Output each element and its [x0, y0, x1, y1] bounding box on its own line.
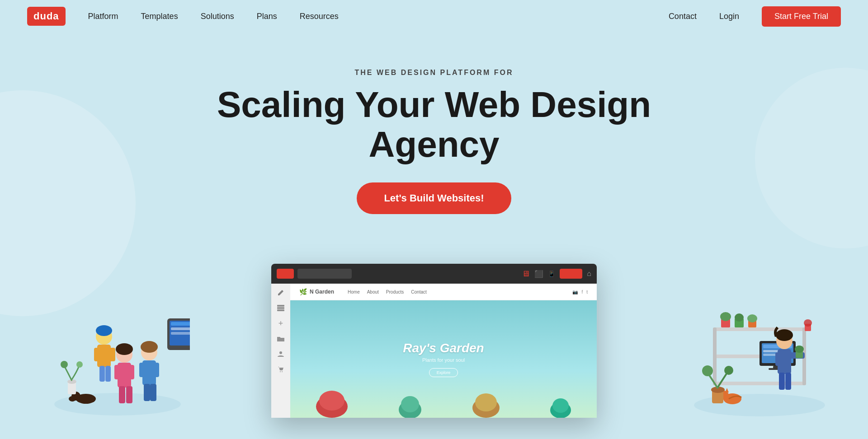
site-nav-home[interactable]: Home — [348, 290, 360, 294]
home-icon[interactable]: ⌂ — [587, 270, 591, 278]
svg-rect-11 — [171, 327, 190, 330]
svg-rect-52 — [713, 327, 717, 385]
svg-point-73 — [776, 329, 793, 341]
svg-point-81 — [724, 366, 733, 375]
svg-rect-49 — [714, 327, 805, 331]
svg-point-32 — [61, 361, 68, 368]
svg-point-19 — [116, 343, 133, 355]
site-nav: 🌿 N Garden Home About Products Contact 📷… — [290, 284, 597, 300]
browser-address-bar — [297, 269, 352, 279]
site-nav-products[interactable]: Products — [386, 290, 404, 294]
svg-rect-25 — [150, 384, 156, 401]
editor-sidebar: + — [271, 284, 290, 418]
svg-rect-18 — [126, 386, 132, 403]
hero-title: Scaling Your Web Design Agency — [185, 85, 683, 164]
layers-tool[interactable] — [276, 304, 285, 313]
plant-4 — [548, 393, 573, 418]
browser-device-icons: 🖥 ⬛ 📱 ⌂ — [522, 269, 591, 279]
svg-point-43 — [401, 396, 419, 412]
svg-point-59 — [747, 314, 757, 322]
hero-eyebrow: THE WEB DESIGN PLATFORM FOR — [9, 69, 859, 77]
svg-rect-72 — [785, 373, 791, 390]
site-hero-title: Ray's Garden — [403, 341, 484, 355]
svg-rect-4 — [109, 348, 115, 361]
folder-tool[interactable] — [276, 334, 285, 343]
start-free-trial-button[interactable]: Start Free Trial — [762, 6, 841, 27]
site-hero: Ray's Garden Plants for your soul Explor… — [290, 300, 597, 418]
left-illustration — [45, 282, 190, 418]
browser-toolbar: 🖥 ⬛ 📱 ⌂ — [271, 264, 597, 284]
svg-rect-15 — [114, 365, 121, 379]
svg-rect-17 — [119, 386, 125, 403]
svg-marker-77 — [725, 388, 729, 392]
svg-point-57 — [735, 313, 744, 322]
main-nav: duda Platform Templates Solutions Plans … — [0, 0, 868, 33]
svg-point-41 — [319, 391, 344, 411]
hero-cta-button[interactable]: Let's Build Websites! — [357, 182, 511, 214]
browser-action-button[interactable] — [560, 269, 582, 279]
svg-rect-16 — [128, 365, 134, 379]
svg-point-39 — [282, 371, 283, 372]
svg-rect-70 — [775, 352, 781, 366]
nav-links: Platform Templates Solutions Plans Resou… — [88, 12, 339, 21]
svg-rect-23 — [153, 363, 159, 377]
svg-point-47 — [552, 398, 569, 413]
monitor-icon[interactable]: 🖥 — [522, 269, 530, 279]
svg-rect-36 — [277, 309, 284, 311]
site-hero-subtitle: Plants for your soul — [422, 357, 465, 363]
svg-point-80 — [702, 365, 713, 376]
user-tool[interactable] — [276, 350, 285, 359]
svg-point-37 — [279, 351, 282, 354]
phone-icon[interactable]: 📱 — [548, 271, 555, 277]
site-plants-decoration — [290, 382, 597, 418]
svg-point-7 — [96, 325, 112, 336]
nav-contact[interactable]: Contact — [669, 12, 697, 21]
editor-content: + 🌿 N Garden — [271, 284, 597, 418]
right-illustration — [687, 282, 832, 418]
site-social-links: 📷 f t — [572, 290, 588, 294]
tablet-icon[interactable]: ⬛ — [534, 270, 543, 278]
nav-templates[interactable]: Templates — [141, 12, 178, 21]
logo[interactable]: duda — [27, 7, 66, 26]
site-name: N Garden — [310, 289, 334, 295]
site-preview: 🌿 N Garden Home About Products Contact 📷… — [290, 284, 597, 418]
svg-point-83 — [804, 319, 812, 327]
browser-mockup-section: 🖥 ⬛ 📱 ⌂ + — [0, 264, 868, 418]
svg-point-29 — [69, 396, 76, 402]
leaf-icon: 🌿 — [299, 288, 307, 295]
browser-red-button[interactable] — [277, 269, 294, 279]
svg-point-33 — [76, 361, 83, 368]
site-explore-button[interactable]: Explore — [429, 368, 458, 377]
svg-rect-5 — [99, 366, 105, 382]
site-nav-contact[interactable]: Contact — [411, 290, 426, 294]
svg-point-26 — [141, 341, 158, 353]
add-tool[interactable]: + — [276, 319, 285, 328]
browser-window: 🖥 ⬛ 📱 ⌂ + — [271, 264, 597, 418]
nav-solutions[interactable]: Solutions — [201, 12, 234, 21]
svg-point-45 — [475, 393, 497, 411]
twitter-icon[interactable]: t — [586, 290, 588, 294]
svg-rect-34 — [277, 305, 284, 307]
svg-point-55 — [720, 312, 731, 321]
site-nav-about[interactable]: About — [367, 290, 379, 294]
svg-rect-35 — [277, 307, 284, 309]
nav-resources[interactable]: Resources — [300, 12, 339, 21]
facebook-icon[interactable]: f — [581, 290, 583, 294]
nav-plans[interactable]: Plans — [257, 12, 277, 21]
svg-rect-71 — [779, 373, 785, 390]
site-nav-links: Home About Products Contact — [348, 290, 427, 294]
svg-rect-12 — [171, 332, 190, 335]
nav-login[interactable]: Login — [719, 12, 739, 21]
nav-platform[interactable]: Platform — [88, 12, 118, 21]
pencil-tool[interactable] — [276, 288, 285, 297]
svg-rect-10 — [171, 322, 190, 326]
svg-rect-3 — [94, 348, 100, 361]
svg-rect-6 — [105, 366, 111, 382]
plant-3 — [470, 386, 502, 418]
svg-rect-24 — [144, 384, 150, 401]
svg-rect-22 — [139, 363, 146, 377]
svg-point-38 — [280, 371, 281, 372]
cart-tool[interactable] — [276, 365, 285, 374]
instagram-icon[interactable]: 📷 — [572, 290, 578, 294]
plant-1 — [314, 382, 350, 418]
